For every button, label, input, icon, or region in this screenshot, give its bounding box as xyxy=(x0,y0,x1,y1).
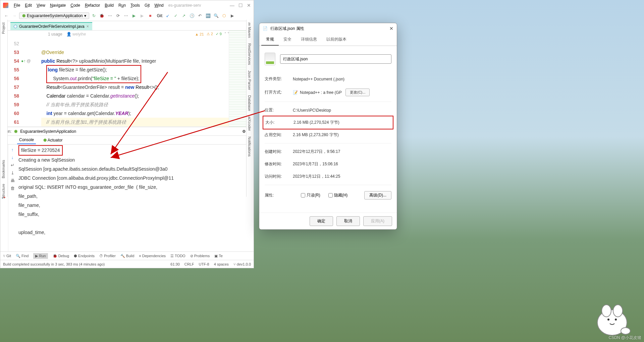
debug-icon[interactable]: 🐞 xyxy=(99,12,105,19)
tab-general[interactable]: 常规 xyxy=(261,34,279,46)
git-history-icon[interactable]: 🕓 xyxy=(189,12,195,19)
run-icon[interactable]: ⋯ xyxy=(107,12,113,19)
sidebar-jsonparser[interactable]: Json Parser xyxy=(247,68,253,93)
sidebar-notifications[interactable]: Notifications xyxy=(247,134,253,159)
accessed-value: 2023年1月12日，11:44:25 xyxy=(293,174,391,179)
git-commit-icon[interactable]: ✓ xyxy=(172,12,179,19)
translate-icon[interactable]: 🔤 xyxy=(205,12,211,19)
sidebar-project[interactable]: Project xyxy=(0,20,6,37)
run-config-selector[interactable]: ⬢ EsguaranteeSystemApplication ▾ xyxy=(19,12,89,19)
menu-file[interactable]: File xyxy=(12,2,22,9)
props-tabs: 常规 安全 详细信息 以前的版本 xyxy=(259,34,397,46)
line-separator[interactable]: CRLF xyxy=(184,262,194,266)
caret-position[interactable]: 61:30 xyxy=(170,262,180,266)
change-button[interactable]: 更改(C)... xyxy=(345,89,370,96)
git-rollback-icon[interactable]: ↶ xyxy=(197,12,203,19)
apply-button[interactable]: 应用(A) xyxy=(363,216,392,226)
tool-run[interactable]: ▶ Run xyxy=(33,253,48,259)
git-branch[interactable]: ⑂ dev1.0.0 xyxy=(233,262,251,266)
search-icon[interactable]: 🔍 xyxy=(213,12,219,19)
inspections-widget[interactable]: ▲ 21 ⚠ 2 ✓ 9 ˄ ˅ xyxy=(195,32,229,36)
stop-icon[interactable]: ■ xyxy=(147,12,154,19)
forward-icon[interactable]: → xyxy=(11,12,18,19)
menu-navigate[interactable]: Navigate xyxy=(48,2,68,9)
window-controls: — ☐ ✕ xyxy=(230,3,251,8)
props-body: 文件类型:Notepad++ Document (.json) 打开方式: 📝 … xyxy=(259,46,397,213)
readonly-checkbox[interactable]: 只读(R) xyxy=(301,192,320,198)
profiler-icon[interactable]: ⟳ xyxy=(115,12,121,19)
menu-code[interactable]: Code xyxy=(68,2,82,9)
console-output[interactable]: fileSize = 2270524 Creating a new SqlSes… xyxy=(16,145,254,251)
git-push-icon[interactable]: ↗ xyxy=(180,12,187,19)
tool-git[interactable]: ⑂ Git xyxy=(3,254,11,258)
tool-terminal[interactable]: ▣ Te xyxy=(214,254,223,258)
tool-build[interactable]: 🔨 Build xyxy=(120,254,134,258)
notepad-icon: 📝 xyxy=(293,90,298,95)
indent-size[interactable]: 4 spaces xyxy=(214,262,229,266)
tab-details[interactable]: 详细信息 xyxy=(296,34,322,46)
back-icon[interactable]: ← xyxy=(3,12,10,19)
usage-count[interactable]: 1 usage xyxy=(48,32,62,37)
tool-find[interactable]: 🔍 Find xyxy=(16,254,29,258)
menu-build[interactable]: Build xyxy=(103,2,116,9)
run-with-coverage-icon[interactable]: ↻ xyxy=(91,12,97,19)
tab-previous[interactable]: 以前的版本 xyxy=(322,34,351,46)
code-editor[interactable]: @Overridepublic Result<?> uploadMinio(Mu… xyxy=(41,31,229,127)
desktop-mascot xyxy=(590,297,634,336)
tool-profiler[interactable]: ⏱ Profiler xyxy=(99,254,116,258)
file-encoding[interactable]: UTF-8 xyxy=(199,262,209,266)
sidebar-restservices[interactable]: RestServices xyxy=(247,41,253,68)
git-update-icon[interactable]: ↙ xyxy=(164,12,171,19)
tab-security[interactable]: 安全 xyxy=(279,34,296,46)
ok-button[interactable]: 确定 xyxy=(310,216,333,226)
ai-icon[interactable]: ⬡ xyxy=(221,12,227,19)
menu-edit[interactable]: Edit xyxy=(23,2,34,9)
minimap[interactable] xyxy=(229,31,246,127)
debug-play-icon[interactable]: ▶ xyxy=(139,12,146,19)
cancel-button[interactable]: 取消 xyxy=(336,216,360,226)
filename-input[interactable] xyxy=(280,54,391,64)
menu-git[interactable]: Git xyxy=(143,2,152,9)
minimize-icon[interactable]: — xyxy=(230,3,234,8)
menu-view[interactable]: View xyxy=(35,2,47,9)
file-icon-small: 📄 xyxy=(263,26,268,31)
sidebar-structure[interactable]: Structure xyxy=(0,181,6,202)
play-icon[interactable]: ▶ xyxy=(131,12,138,19)
menu-refactor[interactable]: Refactor xyxy=(83,2,102,9)
tool-problems[interactable]: ⊘ Problems xyxy=(190,254,210,258)
tool-endpoints[interactable]: ⬢ Endpoints xyxy=(74,254,95,258)
tool-dependencies[interactable]: ≡ Dependencies xyxy=(139,254,166,258)
hidden-checkbox[interactable]: 隐藏(H) xyxy=(328,192,348,198)
tab-close-icon[interactable]: × xyxy=(87,24,89,29)
tool-todo[interactable]: ☰ TODO xyxy=(170,254,185,258)
modified-value: 2023年1月7日，15:06:16 xyxy=(293,161,391,167)
close-icon[interactable]: ✕ xyxy=(247,3,251,8)
maximize-icon[interactable]: ☐ xyxy=(238,3,243,8)
menu-run[interactable]: Run xyxy=(116,2,128,9)
tool-debug[interactable]: 🐞 Debug xyxy=(53,254,69,258)
clear-icon[interactable]: 🗑 xyxy=(10,186,15,191)
advanced-button[interactable]: 高级(D)... xyxy=(364,191,391,199)
scroll-end-icon[interactable]: ⤓ xyxy=(11,170,14,175)
console-tab[interactable]: Console xyxy=(17,136,36,144)
rainbow-icon[interactable]: ▶ xyxy=(229,12,235,19)
line-gutter[interactable]: 52 53 54 55 56 57 58 59 60 61 62 63 xyxy=(8,31,21,127)
editor-tab-guaranteeorderfileservice[interactable]: GuaranteeOrderFileServiceImpl.java × xyxy=(10,22,92,30)
sidebar-aixcoder[interactable]: aiXcoder xyxy=(247,114,253,133)
author-name[interactable]: weiyihe xyxy=(72,32,86,37)
menu-tools[interactable]: Tools xyxy=(128,2,142,9)
run-config-name: EsguaranteeSystemApplication xyxy=(27,13,83,18)
sidebar-maven[interactable]: m Maven xyxy=(247,20,253,41)
sidebar-database[interactable]: Database xyxy=(247,93,253,114)
svg-point-6 xyxy=(615,319,617,321)
sidebar-bookmarks[interactable]: Bookmarks xyxy=(0,157,6,181)
print-icon[interactable]: 🖶 xyxy=(10,178,15,183)
bottom-toolbar: ⑂ Git 🔍 Find ▶ Run 🐞 Debug ⬢ Endpoints ⏱… xyxy=(0,251,254,260)
menu-window[interactable]: Wind xyxy=(152,2,165,9)
actuator-tab[interactable]: ⬢ Actuator xyxy=(41,136,64,144)
attach-icon[interactable]: ⋯ xyxy=(123,12,129,19)
scroll-down-icon[interactable]: ↓ xyxy=(11,155,14,160)
close-icon[interactable]: ✕ xyxy=(389,26,393,31)
scroll-up-icon[interactable]: ↑ xyxy=(11,147,14,152)
soft-wrap-icon[interactable]: ↵ xyxy=(11,163,14,168)
